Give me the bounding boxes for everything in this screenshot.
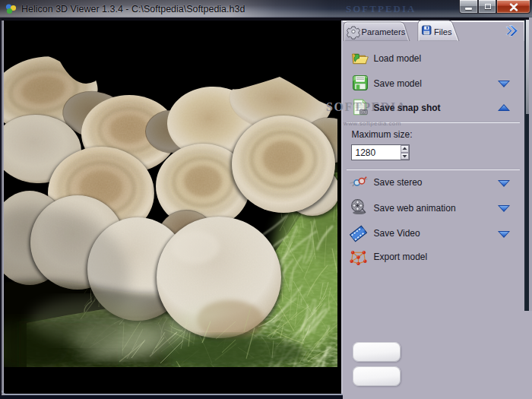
svg-text:Parameters: Parameters: [361, 27, 405, 36]
svg-text:Files: Files: [434, 27, 452, 36]
